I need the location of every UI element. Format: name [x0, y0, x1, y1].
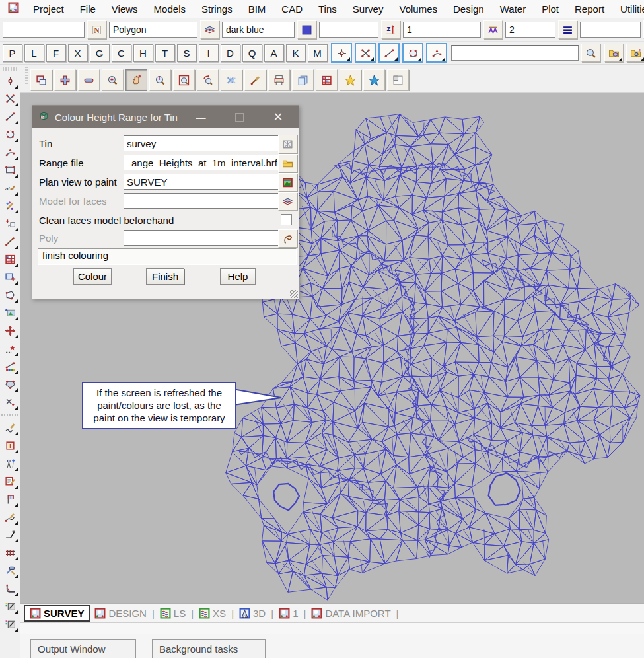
height-input[interactable] — [319, 22, 378, 38]
views-button[interactable] — [30, 69, 52, 91]
model-for-faces-input[interactable] — [124, 193, 281, 209]
close-button[interactable]: ✕ — [265, 106, 291, 128]
help-button[interactable]: Help — [220, 268, 256, 285]
dialog-title-bar[interactable]: 12d Colour Height Range for Tin — ✕ — [32, 106, 299, 128]
angle-line-tool-button[interactable] — [1, 527, 18, 543]
folder-models-button[interactable]: ! — [626, 44, 644, 62]
polygon-tool-button[interactable] — [1, 287, 18, 303]
rectangle-add-tool-button[interactable] — [1, 269, 18, 285]
poly-input[interactable] — [124, 230, 281, 246]
clean-faces-checkbox[interactable] — [281, 214, 292, 225]
function-key-t[interactable]: T — [155, 44, 175, 62]
menu-report[interactable]: Report — [567, 3, 612, 15]
note-edit-tool-button[interactable] — [1, 473, 18, 490]
freehand-tool-button[interactable] — [1, 420, 18, 436]
function-key-h[interactable]: H — [133, 44, 153, 62]
maximize-button[interactable] — [228, 106, 250, 128]
delete-tool-button[interactable] — [1, 394, 18, 410]
entity-layers-button[interactable] — [200, 20, 219, 39]
tab-ls[interactable]: LS — [155, 606, 190, 620]
linestyle-input[interactable] — [505, 22, 555, 38]
search-button[interactable] — [581, 44, 600, 62]
gauge-b-tool-button[interactable] — [1, 616, 18, 632]
menu-file[interactable]: File — [72, 3, 104, 15]
zoom-scale-button[interactable]: ± — [149, 69, 171, 91]
image-point-tool-button[interactable] — [1, 305, 18, 321]
finish-button[interactable]: Finish — [146, 268, 184, 285]
folder-project-button[interactable] — [604, 44, 624, 62]
menu-plot[interactable]: Plot — [534, 3, 567, 15]
pencil-curve-tool-button[interactable] — [1, 509, 18, 525]
function-key-p[interactable]: P — [3, 44, 22, 62]
name-n-button[interactable]: N — [87, 20, 106, 39]
function-key-c[interactable]: C — [112, 44, 131, 62]
menu-utilities[interactable]: Utilities — [612, 3, 644, 15]
function-key-a[interactable]: A — [264, 44, 284, 62]
menu-models[interactable]: Models — [146, 3, 194, 15]
minimize-button[interactable]: — — [190, 106, 212, 128]
move-tool-button[interactable] — [1, 322, 18, 339]
colour-line-tool-button[interactable] — [1, 358, 18, 375]
tab-3d[interactable]: 3D — [234, 606, 270, 620]
point-tool-button[interactable] — [1, 73, 18, 89]
view-picker-button[interactable] — [278, 173, 297, 192]
tab-survey[interactable]: SURVEY — [24, 605, 90, 622]
background-tasks-panel[interactable]: Background tasks — [152, 639, 266, 658]
corner-line-tool-button[interactable] — [1, 580, 18, 597]
function-key-d[interactable]: D — [221, 44, 240, 62]
zoom-extents-button[interactable] — [173, 69, 195, 91]
plot-table-button[interactable] — [316, 69, 338, 91]
dialog-resize-grip[interactable] — [290, 290, 298, 298]
arc-tool-button[interactable] — [1, 144, 18, 161]
folder-browse-button[interactable] — [278, 154, 297, 172]
cross-tool-button[interactable] — [1, 91, 18, 107]
function-key-l[interactable]: L — [24, 44, 44, 62]
function-key-q[interactable]: Q — [242, 44, 262, 62]
image-box-tool-button[interactable]: I — [1, 437, 18, 454]
function-key-f[interactable]: F — [46, 44, 66, 62]
height-z-button[interactable]: Z — [381, 20, 400, 39]
function-key-m[interactable]: M — [308, 44, 328, 62]
name-input[interactable] — [3, 22, 85, 38]
line-tool-button[interactable] — [1, 108, 18, 125]
colour-button[interactable]: Colour — [73, 268, 112, 285]
point-snap-button[interactable] — [331, 43, 352, 63]
plan-view-input[interactable] — [124, 174, 281, 190]
gauge-a-tool-button[interactable] — [1, 598, 18, 614]
entity-input[interactable] — [109, 22, 197, 38]
range-file-input[interactable] — [124, 155, 281, 170]
add-view-button[interactable] — [54, 69, 76, 91]
table-tool-button[interactable] — [1, 251, 18, 268]
tab-data-import[interactable]: DATA IMPORT — [306, 606, 395, 620]
menu-design[interactable]: Design — [445, 3, 492, 15]
menu-strings[interactable]: Strings — [194, 3, 240, 15]
menu-tins[interactable]: Tins — [310, 3, 345, 15]
paint-tool-button[interactable] — [1, 198, 18, 214]
rectangle-tool-button[interactable] — [1, 162, 18, 178]
remove-view-button[interactable] — [78, 69, 100, 91]
function-key-s[interactable]: S — [177, 44, 197, 62]
star-blue-button[interactable] — [363, 69, 385, 91]
function-key-g[interactable]: G — [90, 44, 110, 62]
menu-project[interactable]: Project — [25, 3, 72, 15]
pane-button[interactable] — [387, 69, 409, 91]
text-tool-button[interactable]: abc — [1, 180, 18, 196]
weight-input[interactable] — [403, 22, 481, 38]
delete-cross-button[interactable] — [221, 69, 242, 91]
tin-picker-button[interactable] — [278, 135, 297, 153]
tab-1[interactable]: 1 — [274, 606, 303, 620]
flag-tool-button[interactable] — [1, 491, 18, 507]
linestyle-lines-button[interactable] — [558, 20, 577, 39]
arc-snap-button[interactable] — [426, 43, 447, 63]
cross-snap-button[interactable] — [355, 43, 376, 63]
pan-button[interactable] — [125, 69, 147, 91]
output-window-panel[interactable]: Output Window — [30, 639, 136, 658]
star-yellow-button[interactable] — [340, 69, 361, 91]
menu-cad[interactable]: CAD — [273, 3, 310, 15]
toolbar-grip[interactable] — [24, 67, 28, 85]
polygon-shape-tool-button[interactable] — [1, 376, 18, 392]
menu-water[interactable]: Water — [492, 3, 534, 15]
survey-instrument-tool-button[interactable] — [1, 455, 18, 472]
colour-input[interactable] — [222, 22, 295, 38]
poly-lasso-button[interactable] — [278, 229, 297, 248]
